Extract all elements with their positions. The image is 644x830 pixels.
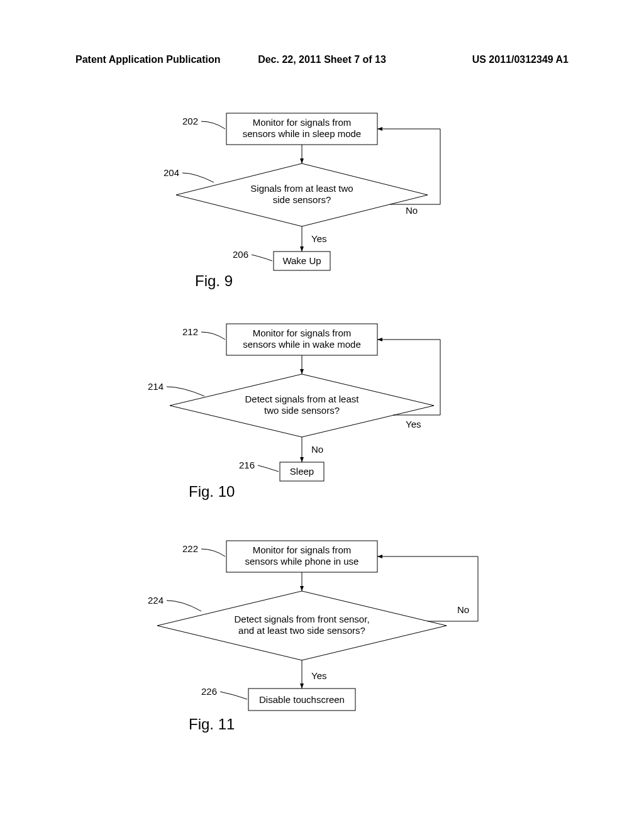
leader-204 [182,173,214,182]
ref-206: 206 [233,249,248,260]
diagram-container: Monitor for signals from sensors while i… [0,101,644,792]
box-202-text-l2: sensors while in sleep mode [243,128,361,139]
no-label-10: No [311,444,323,455]
no-label-9: No [406,205,418,216]
no-path-9 [377,129,440,204]
box-216-text: Sleep [290,466,314,477]
box-212-l2: sensors while in wake mode [243,339,361,350]
box-222-l1: Monitor for signals from [253,545,352,555]
ref-222: 222 [182,543,198,554]
ref-212: 212 [182,326,198,337]
leader-222 [201,549,225,556]
ref-226: 226 [201,686,217,697]
box-226-text: Disable touchscreen [259,694,345,705]
publication-label: Patent Application Publication [75,54,221,65]
yes-label-9: Yes [311,233,326,244]
fig-9-title: Fig. 9 [195,272,233,289]
date-sheet-label: Dec. 22, 2011 Sheet 7 of 13 [258,54,386,65]
ref-214: 214 [148,381,164,392]
leader-202 [201,121,225,129]
fig-10-title: Fig. 10 [189,483,235,500]
box-222-l2: sensors while phone in use [245,556,359,567]
leader-226 [220,692,247,699]
box-206-text: Wake Up [282,255,321,266]
ref-204: 204 [164,167,179,178]
box-214-l1: Detect signals from at least [245,394,360,404]
box-224-l1: Detect signals from front sensor, [234,614,369,624]
box-212-l1: Monitor for signals from [253,328,352,338]
leader-224 [167,600,201,611]
ref-216: 216 [239,460,255,470]
leader-212 [201,332,225,340]
leader-206 [252,255,272,261]
box-204-l2: side sensors? [273,194,331,205]
yes-label-11: Yes [311,670,326,681]
no-label-11: No [457,604,469,615]
page-header: Patent Application Publication Dec. 22, … [75,54,569,65]
box-202-text-l1: Monitor for signals from [253,117,352,128]
box-214-l2: two side sensors? [264,405,340,416]
ref-202: 202 [182,116,198,126]
box-224-l2: and at least two side sensors? [238,625,365,636]
fig-11-title: Fig. 11 [189,716,235,733]
leader-214 [167,387,204,396]
leader-216 [258,465,279,472]
yes-label-10: Yes [406,419,421,429]
box-204-l1: Signals from at least two [250,183,353,194]
patent-number: US 2011/0312349 A1 [472,54,569,65]
ref-224: 224 [148,595,164,606]
yes-path-10 [377,340,440,415]
